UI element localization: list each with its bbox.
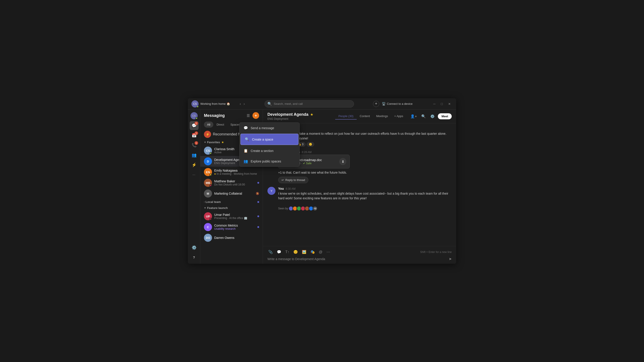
chat-item-emily[interactable]: EN Emily Nakagawa ● In a meeting · Worki… [200, 167, 263, 177]
clarissa-msg-content: Clarissa Smith 8:28 AM 📄 project-roadmap… [278, 150, 452, 183]
common-metrics-avatar: C [204, 223, 212, 231]
chat-item-marketing[interactable]: M Marketing Collateral 🔕 [200, 188, 263, 199]
darren-avatar: DO [204, 234, 212, 242]
close-button[interactable]: ✕ [446, 101, 452, 107]
send-message-icon: 💬 [244, 126, 248, 130]
tab-all[interactable]: All [204, 122, 213, 128]
monitor-icon: 🖥️ [382, 102, 386, 105]
umar-status [210, 218, 212, 220]
clarissa-msg-time: 8:28 AM [302, 151, 312, 154]
chat-item-common-metrics[interactable]: C Common Metrics Usability research [200, 222, 263, 232]
local-team-name: Local team [206, 200, 221, 204]
rail-bottom: ⚙️ ? [190, 243, 198, 262]
tab-direct[interactable]: Direct [213, 122, 227, 128]
input-toolbar: 📎 💬 T↑ 😊 🖼️ 🎭 @ ⋯ Shift + Enter for a ne… [268, 249, 452, 255]
create-space-label: Create a space [252, 138, 273, 141]
people-icon: 👥 [192, 153, 196, 158]
meet-button[interactable]: Meet [438, 113, 452, 119]
umar-info: Umar Patel Presenting · At the office 🏢 [214, 213, 255, 220]
window-title: Working from home 🏠 [200, 102, 230, 105]
rail-user-avatar[interactable]: CS [190, 111, 198, 120]
gif-button[interactable]: 🖼️ [301, 249, 307, 255]
maximize-button[interactable]: □ [439, 101, 444, 107]
sidebar-title: Messaging [204, 113, 225, 118]
minimize-button[interactable]: ─ [432, 101, 438, 107]
back-button[interactable]: ‹ [239, 101, 242, 107]
section-header-feature-launch[interactable]: ▼ Feature launch [200, 205, 263, 211]
darren-info: Darren Owens [214, 236, 259, 240]
rail-help-icon[interactable]: ? [190, 253, 198, 262]
chat-item-umar[interactable]: UP Umar Patel Presenting · At the office… [200, 211, 263, 222]
matthew-info: Matthew Baker Do Not Disturb until 16:00 [214, 179, 255, 186]
seen-by-label: Seen by [278, 207, 288, 210]
text-format-button[interactable]: T↑ [284, 249, 290, 255]
tab-apps[interactable]: + Apps [391, 113, 406, 120]
rail-chat-icon[interactable]: 💬 5 [190, 121, 198, 130]
patel-reactions: ❤️ 1 👍🔥👍 3 😊 [278, 142, 452, 147]
dev-agenda-avatar: D [204, 157, 212, 165]
more-options-button[interactable]: ⋯ [326, 249, 331, 255]
rail-more-icon[interactable]: ··· [190, 170, 198, 179]
clarissa-status [210, 152, 212, 154]
search-channel-button[interactable]: 🔍 [420, 113, 427, 120]
recommended-text: Recommended M [213, 132, 241, 136]
chat-format-button[interactable]: 💬 [276, 249, 282, 255]
tab-content[interactable]: Content [357, 113, 373, 120]
settings-icon: ⚙️ [192, 245, 196, 250]
help-icon: ? [193, 256, 195, 259]
umar-unread [258, 215, 259, 217]
rail-calendar-icon[interactable]: 📅 1 [190, 131, 198, 140]
sticker-button[interactable]: 🎭 [310, 249, 316, 255]
emily-initials: EN [206, 170, 210, 174]
reply-to-thread-button[interactable]: ↩ Reply to thread [278, 177, 308, 183]
dropdown-explore-spaces[interactable]: 👥 Explore public spaces [240, 156, 300, 166]
more-icon: ··· [192, 173, 196, 176]
explore-spaces-icon: 👥 [244, 159, 248, 163]
tab-meetings[interactable]: Meetings [373, 113, 391, 120]
rail-people-icon[interactable]: 👥 [190, 151, 198, 160]
darren-initials: DO [206, 236, 210, 240]
chat-badge: 5 [194, 122, 198, 125]
file-download-button[interactable]: ⬇ [339, 158, 346, 165]
user-avatar: CS [192, 100, 198, 107]
rail-settings-icon[interactable]: ⚙️ [190, 243, 198, 252]
window-controls: ─ □ ✕ [432, 101, 452, 107]
marketing-mute-icon: 🔕 [256, 192, 259, 195]
local-team-arrow: › [204, 201, 204, 203]
send-button[interactable]: ➤ [449, 257, 452, 261]
recommended-icon: ⚡ [204, 131, 211, 138]
online-status-dot [197, 106, 198, 107]
reaction-add[interactable]: 😊 [307, 142, 314, 147]
common-metrics-name: Common Metrics [214, 224, 255, 227]
patel-message-content: Patel 8:12 AM k we should all take a mom… [278, 127, 452, 147]
dropdown-create-section[interactable]: 📋 Create a section [240, 145, 300, 156]
settings-channel-button[interactable]: ⚙️ [429, 113, 436, 120]
icon-rail: CS 💬 5 📅 1 📞 1 👥 ⚡ · [188, 109, 200, 264]
clarissa-avatar: CS [204, 147, 212, 155]
section-header-local-team[interactable]: › Local team [200, 199, 263, 205]
emoji-button[interactable]: 😊 [292, 249, 299, 255]
new-conversation-button[interactable]: + [252, 112, 259, 119]
chat-item-matthew[interactable]: MB Matthew Baker Do Not Disturb until 16… [200, 177, 263, 188]
favorites-name: Favorites [207, 141, 220, 144]
file-info: project-roadmap.doc 24 KB · ✔ Safe [293, 158, 336, 165]
attach-button[interactable]: 📎 [268, 249, 274, 255]
forward-button[interactable]: › [242, 101, 246, 107]
search-bar[interactable]: 🔍 Search, meet, and call [264, 100, 354, 107]
dropdown-create-space[interactable]: 🔍 Create a space [240, 134, 298, 145]
emily-avatar: EN [204, 168, 212, 176]
chat-item-darren[interactable]: DO Darren Owens [200, 232, 263, 243]
patel-msg-header: Patel 8:12 AM [278, 127, 452, 130]
rail-activity-icon[interactable]: ⚡ [190, 160, 198, 169]
emily-status [210, 174, 212, 176]
title-bar-left: CS Working from home 🏠 [192, 100, 236, 107]
dropdown-send-message[interactable]: 💬 Send a message [240, 123, 300, 133]
add-button[interactable]: + [373, 101, 379, 107]
sidebar-filter-button[interactable]: ☰ [246, 112, 251, 119]
tab-people[interactable]: People (30) [335, 113, 356, 120]
rail-call-icon[interactable]: 📞 1 [190, 141, 198, 150]
mention-button[interactable]: @ [318, 249, 323, 255]
channel-subtitle: ENG Deployment [268, 117, 313, 120]
message-input-placeholder[interactable]: Write a message to Development Agenda [268, 257, 449, 261]
add-people-button[interactable]: 👤+ [409, 113, 418, 120]
